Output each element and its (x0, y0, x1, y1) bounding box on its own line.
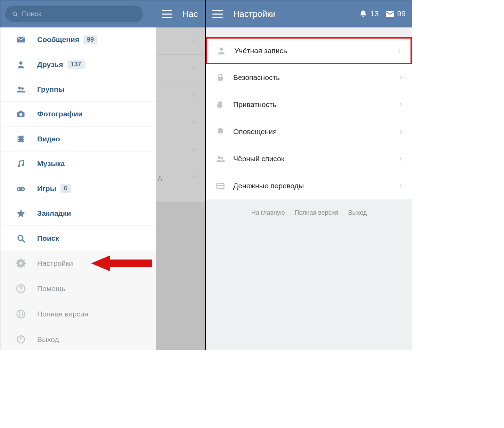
annotation-arrow (91, 255, 152, 272)
chevron-right-icon (398, 129, 404, 134)
footer-links: На главную Полная версия Выход (206, 199, 412, 226)
svg-line-45 (16, 15, 17, 16)
settings-item-label: Безопасность (233, 73, 280, 82)
footer-full-link[interactable]: Полная версия (294, 209, 338, 216)
sidebar-item-label: Выход (37, 335, 59, 344)
search-icon (11, 10, 18, 17)
sidebar-item-games[interactable]: Игры6 (0, 176, 156, 201)
bell-icon (216, 127, 225, 137)
settings-item-label: Чёрный список (233, 155, 284, 163)
music-icon (16, 159, 26, 168)
search-icon (16, 233, 26, 243)
sidebar-item-fullversion[interactable]: Полная версия (0, 302, 156, 327)
sidebar-item-label: Фотографии (37, 110, 83, 118)
sidebar-item-label: Сообщения (37, 35, 79, 44)
settings-item-label: Оповещения (233, 127, 277, 136)
sidebar-item-groups[interactable]: Группы (0, 77, 156, 102)
mail-icon (385, 9, 395, 19)
settings-item-security[interactable]: Безопасность (206, 64, 412, 91)
people-icon (216, 154, 225, 164)
sidebar-item-label: Друзья (37, 60, 63, 69)
lock-icon (216, 73, 225, 82)
settings-item-label: Денежные переводы (233, 182, 304, 190)
globe-icon (16, 309, 26, 319)
person-icon (16, 60, 26, 69)
sidebar-item-label: Видео (37, 135, 60, 143)
chevron-right-icon (398, 102, 404, 107)
sidebar-item-logout[interactable]: Выход (0, 327, 156, 350)
page-title: Настройки (233, 9, 276, 19)
sidebar-item-label: Настройки (37, 259, 73, 268)
sidebar-item-label: Закладки (37, 209, 71, 217)
settings-item-blacklist[interactable]: Чёрный список (206, 145, 412, 172)
sidebar-item-help[interactable]: Помощь (0, 276, 156, 302)
sidebar-item-label: Музыка (37, 159, 65, 168)
sidebar: Сообщения99Друзья137ГруппыФотографииВиде… (0, 27, 156, 350)
card-icon (216, 181, 225, 191)
svg-marker-46 (91, 255, 152, 271)
messages-count: 99 (397, 9, 406, 18)
settings-item-notify[interactable]: Оповещения (206, 118, 412, 145)
gear-icon (16, 258, 26, 268)
settings-item-label: Учётная запись (234, 47, 287, 55)
film-icon (16, 134, 26, 144)
settings-list: Учётная записьБезопасностьПриватностьОпо… (206, 37, 412, 199)
badge: 137 (67, 60, 85, 69)
sidebar-item-photos[interactable]: Фотографии (0, 102, 156, 126)
hamburger-icon[interactable] (212, 10, 223, 18)
help-icon (16, 284, 26, 294)
chevron-right-icon (191, 92, 196, 98)
notifications-button[interactable]: 13 (359, 9, 379, 18)
sidebar-item-music[interactable]: Музыка (0, 151, 156, 176)
power-icon (16, 335, 26, 344)
sidebar-item-messages[interactable]: Сообщения99 (0, 27, 156, 52)
sidebar-item-label: Поиск (37, 234, 59, 242)
header-left: Поиск Нас (0, 0, 205, 27)
sidebar-item-video[interactable]: Видео (0, 127, 156, 151)
sidebar-item-label: Группы (37, 85, 65, 93)
footer-logout-link[interactable]: Выход (348, 209, 367, 216)
search-input[interactable]: Поиск (5, 6, 143, 22)
mail-icon (16, 35, 26, 44)
badge: 99 (83, 35, 97, 44)
sidebar-item-settings[interactable]: Настройки (0, 251, 156, 276)
chevron-right-icon (191, 147, 196, 153)
chevron-right-icon (398, 75, 404, 80)
settings-item-label: Приватность (233, 100, 277, 109)
messages-button[interactable]: 99 (385, 9, 406, 19)
notifications-count: 13 (370, 9, 379, 18)
sidebar-item-friends[interactable]: Друзья137 (0, 52, 156, 77)
background-obscured: д (156, 27, 205, 350)
search-placeholder: Поиск (22, 10, 41, 18)
sidebar-item-label: Игры (37, 184, 56, 193)
header-right: Настройки 13 99 (206, 0, 412, 27)
badge: 6 (60, 184, 71, 193)
gamepad-icon (16, 184, 26, 194)
settings-item-payments[interactable]: Денежные переводы (206, 172, 412, 199)
camera-icon (16, 109, 26, 119)
chevron-right-icon (398, 183, 404, 189)
settings-item-privacy[interactable]: Приватность (206, 91, 412, 118)
chevron-right-icon (191, 65, 196, 71)
bg-text-fragment: д (156, 174, 162, 181)
star-icon (16, 208, 26, 218)
footer-home-link[interactable]: На главную (251, 209, 285, 216)
settings-item-account[interactable]: Учётная запись (206, 37, 412, 64)
hand-icon (216, 100, 225, 109)
chevron-right-icon (191, 120, 196, 125)
sidebar-item-label: Помощь (37, 285, 65, 293)
sidebar-item-search[interactable]: Поиск (0, 226, 156, 250)
header-title-clipped: Нас (182, 9, 200, 19)
people-icon (16, 84, 26, 94)
chevron-right-icon (397, 48, 402, 54)
sidebar-item-label: Полная версия (37, 310, 88, 318)
chevron-right-icon (398, 156, 404, 162)
hamburger-icon[interactable] (162, 10, 172, 18)
bell-icon (359, 9, 368, 18)
chevron-right-icon (191, 174, 196, 179)
sidebar-item-bookmarks[interactable]: Закладки (0, 201, 156, 226)
person-icon (217, 46, 226, 56)
chevron-right-icon (191, 38, 196, 44)
